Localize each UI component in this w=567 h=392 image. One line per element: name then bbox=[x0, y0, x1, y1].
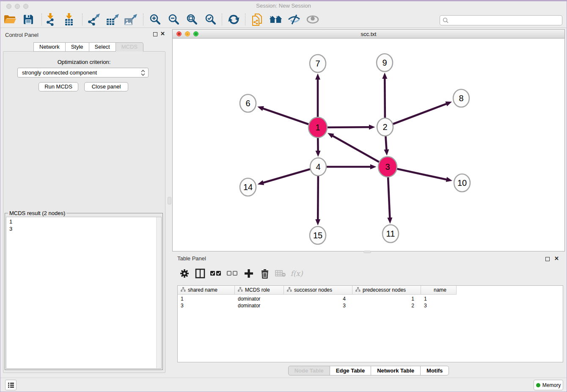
splitter-handle-vertical[interactable] bbox=[168, 197, 171, 204]
graph-node-7[interactable]: 7 bbox=[310, 55, 326, 72]
status-bar: Memory bbox=[0, 378, 567, 392]
control-panel-tab-network[interactable]: Network bbox=[33, 42, 66, 52]
table-delete-icon[interactable] bbox=[274, 267, 287, 280]
toolbar-separator bbox=[245, 14, 245, 25]
list-icon bbox=[8, 382, 14, 388]
close-panel-button[interactable]: Close panel bbox=[84, 82, 128, 91]
run-mcds-button[interactable]: Run MCDS bbox=[39, 82, 78, 91]
table-cell[interactable]: dominator bbox=[235, 302, 284, 309]
network-window-titlebar[interactable]: ✕ − + scc.txt bbox=[173, 30, 564, 39]
eye-icon[interactable] bbox=[306, 13, 320, 26]
column-header-name[interactable]: name bbox=[421, 286, 457, 295]
column-header-shared-name[interactable]: shared name bbox=[178, 286, 235, 295]
optimization-criterion-label: Optimization criterion: bbox=[1, 59, 167, 65]
table-cell[interactable]: 1 bbox=[421, 295, 457, 302]
graph-node-11[interactable]: 11 bbox=[383, 225, 399, 243]
trash-icon[interactable] bbox=[258, 267, 272, 280]
edge-2-8[interactable] bbox=[385, 104, 446, 127]
toolbar-separator bbox=[143, 14, 143, 25]
refresh-icon[interactable] bbox=[226, 13, 241, 26]
table-cell[interactable]: 3 bbox=[284, 302, 352, 309]
table-panel-close-button[interactable]: ✕ bbox=[554, 255, 559, 262]
mcds-result-textarea[interactable]: 1 3 bbox=[6, 217, 162, 369]
svg-text:4: 4 bbox=[316, 162, 320, 171]
optimization-criterion-select[interactable]: strongly connected component bbox=[17, 68, 149, 77]
save-session-icon[interactable] bbox=[21, 13, 36, 26]
import-table-icon[interactable] bbox=[62, 13, 76, 26]
node-table: shared nameMCDS rolesuccessor nodesprede… bbox=[177, 285, 563, 362]
home-icon[interactable] bbox=[269, 13, 283, 26]
control-panel-tabs: NetworkStyleSelectMCDS bbox=[33, 42, 143, 52]
control-panel-close-button[interactable]: ✕ bbox=[160, 30, 165, 37]
search-box[interactable] bbox=[440, 15, 562, 25]
zoom-fit-icon[interactable] bbox=[184, 13, 199, 26]
table-cell[interactable]: 3 bbox=[178, 302, 235, 309]
graph-node-14[interactable]: 14 bbox=[240, 178, 256, 196]
plus-icon[interactable] bbox=[242, 267, 256, 280]
control-panel-float-button[interactable] bbox=[153, 32, 157, 36]
table-row[interactable]: 1dominator411 bbox=[178, 295, 563, 302]
graph-node-15[interactable]: 15 bbox=[310, 226, 326, 244]
table-cell[interactable]: 3 bbox=[421, 302, 457, 309]
main-toolbar bbox=[0, 11, 567, 28]
svg-text:8: 8 bbox=[459, 94, 463, 103]
mcds-result-scrollbar[interactable] bbox=[156, 217, 161, 368]
table-panel-float-button[interactable] bbox=[545, 257, 550, 261]
column-header-successor-nodes[interactable]: successor nodes bbox=[284, 286, 352, 295]
graph-node-8[interactable]: 8 bbox=[453, 89, 469, 107]
column-header-MCDS-role[interactable]: MCDS role bbox=[235, 286, 284, 295]
hide-eye-icon[interactable] bbox=[287, 13, 301, 26]
columns-icon[interactable] bbox=[193, 267, 207, 280]
title-bar: Session: New Session bbox=[0, 1, 567, 11]
graph-node-4[interactable]: 4 bbox=[310, 158, 326, 176]
svg-text:11: 11 bbox=[386, 229, 395, 238]
table-cell[interactable]: 1 bbox=[352, 295, 421, 302]
table-cell[interactable]: dominator bbox=[235, 295, 284, 302]
export-network-icon[interactable] bbox=[87, 13, 101, 26]
table-tab-network-table[interactable]: Network Table bbox=[371, 366, 421, 375]
table-cell[interactable]: 1 bbox=[178, 295, 235, 302]
import-network-icon[interactable] bbox=[43, 13, 58, 26]
svg-text:2: 2 bbox=[383, 122, 387, 132]
svg-text:6: 6 bbox=[245, 99, 250, 108]
table-tab-motifs[interactable]: Motifs bbox=[420, 366, 449, 375]
check-pair-icon[interactable] bbox=[209, 267, 223, 280]
graph-node-3[interactable]: 3 bbox=[378, 157, 397, 177]
gear-icon[interactable] bbox=[178, 267, 191, 280]
table-tabs: Node TableEdge TableNetwork TableMotifs bbox=[172, 366, 565, 375]
graph-node-10[interactable]: 10 bbox=[454, 174, 470, 192]
search-icon bbox=[443, 17, 449, 25]
control-panel-tab-select[interactable]: Select bbox=[89, 42, 116, 52]
table-tab-edge-table[interactable]: Edge Table bbox=[330, 366, 371, 375]
zoom-in-icon[interactable] bbox=[148, 13, 162, 26]
graph-node-6[interactable]: 6 bbox=[240, 94, 256, 112]
search-input[interactable] bbox=[450, 17, 560, 24]
table-panel: Table Panel ✕ f(x) shared nameMCDS roles… bbox=[172, 253, 565, 379]
sort-icon bbox=[287, 287, 292, 293]
table-tab-node-table[interactable]: Node Table bbox=[288, 366, 330, 375]
table-cell[interactable]: 2 bbox=[352, 302, 421, 309]
graph-node-1[interactable]: 1 bbox=[308, 117, 327, 138]
table-panel-title: Table Panel bbox=[177, 255, 206, 262]
graph-node-9[interactable]: 9 bbox=[377, 54, 393, 72]
task-history-button[interactable] bbox=[5, 380, 17, 390]
zoom-selected-icon[interactable] bbox=[203, 13, 217, 26]
control-panel-tab-mcds[interactable]: MCDS bbox=[116, 42, 143, 52]
column-header-predecessor-nodes[interactable]: predecessor nodes bbox=[352, 286, 421, 295]
table-cell[interactable]: 4 bbox=[284, 295, 352, 302]
svg-text:14: 14 bbox=[243, 182, 253, 192]
open-session-icon[interactable] bbox=[3, 13, 17, 26]
network-canvas[interactable]: 7968124314101511 bbox=[173, 39, 564, 251]
table-row[interactable]: 3dominator323 bbox=[178, 302, 563, 309]
sort-icon bbox=[238, 287, 243, 293]
export-image-icon[interactable] bbox=[124, 13, 138, 26]
fx-icon[interactable]: f(x) bbox=[290, 267, 303, 280]
memory-status-icon bbox=[536, 383, 540, 387]
graph-node-2[interactable]: 2 bbox=[377, 118, 393, 136]
export-table-icon[interactable] bbox=[105, 13, 120, 26]
clone-network-icon[interactable] bbox=[250, 13, 264, 26]
memory-button[interactable]: Memory bbox=[534, 380, 563, 390]
control-panel-tab-style[interactable]: Style bbox=[65, 42, 89, 52]
zoom-out-icon[interactable] bbox=[166, 13, 181, 26]
uncheck-pair-icon[interactable] bbox=[226, 267, 239, 280]
